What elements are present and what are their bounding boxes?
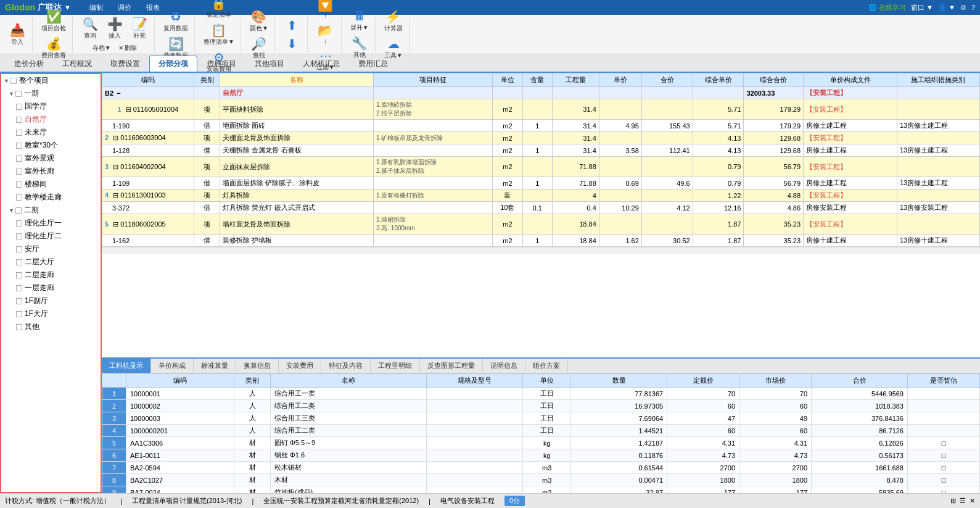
bottom-table-row[interactable]: 5 AA1C3006 材 圆钉 Φ5.5～9 kg 1.42187 4.31 4… [102, 437, 980, 449]
bottom-tab-detail[interactable]: 工程里明细 [371, 359, 420, 373]
sidebar-item-yf[interactable]: 1F副厅 [1, 294, 101, 307]
import-label: 导入 [11, 38, 23, 46]
menu-report[interactable]: 报表 [142, 2, 163, 14]
list-icon[interactable]: ☰ [960, 497, 966, 505]
help-btn[interactable]: ? [971, 4, 975, 11]
sidebar-item-weilai[interactable]: 未来厅 [1, 126, 101, 139]
color-btn[interactable]: 🎨 颜色▼ [247, 8, 271, 34]
up-btn[interactable]: ⬆ [281, 17, 303, 34]
table-row-4[interactable]: 4 ⊟ 011613001003 项 灯具拆除 1.原有格栅灯拆除 套 4 1.… [102, 189, 980, 202]
table-row-1[interactable]: 1 ⊟ 011605001004 项 平面块料拆除 1.原地砖拆除2.找平层拆除… [102, 99, 980, 120]
bottom-tab-glj[interactable]: 工料机显示 [102, 359, 151, 373]
tab-labor[interactable]: 人材机汇总 [294, 56, 349, 72]
menu-price[interactable]: 调价 [114, 2, 135, 14]
sidebar-item-shiwai[interactable]: 室外景观 [1, 152, 101, 165]
sidebar-item-all[interactable]: ▼ 整个项目 [1, 74, 101, 87]
h-scrollbar[interactable] [102, 247, 980, 254]
sidebar-item-lihua2[interactable]: 理化生厅二 [1, 230, 101, 243]
insert-btn[interactable]: ➕ 插入 [104, 15, 126, 41]
project-check-btn[interactable]: ✅ 项目自检 [39, 8, 68, 34]
tab-gongcheng[interactable]: 工程概况 [53, 56, 101, 72]
save-btn[interactable]: 存档▼ [90, 43, 113, 54]
cell-cat-4: 项 [194, 189, 220, 202]
main-body: ▼ 整个项目 ▼ 一期 国学厅 自然厅 未来厅 教室*30个 室外景观 [0, 73, 980, 493]
bottom-table-row[interactable]: 9 BA7-0024 材 竹地板(成品) m2 32.97 177 177 58… [102, 486, 980, 494]
sidebar-item-qita[interactable]: 其他 [1, 320, 101, 333]
sidebar-item-yi[interactable]: ▼ 一期 [1, 87, 101, 100]
expand-btn[interactable]: 📂 ↓ [315, 22, 337, 46]
tab-zaojia[interactable]: 造价分析 [5, 56, 53, 72]
bottom-tab-group[interactable]: 组价方案 [525, 359, 568, 373]
bottom-table-row[interactable]: 6 AE1-0011 材 钢丝 Φ1.6 kg 0.11876 4.73 4.7… [102, 449, 980, 462]
bottom-tab-danjia[interactable]: 单价构成 [151, 359, 194, 373]
online-study[interactable]: 🌐 在线学习 [868, 3, 906, 12]
menu-edit[interactable]: 编制 [86, 2, 107, 14]
tidy-btn[interactable]: 📋 整理清单▼ [201, 22, 237, 48]
table-row-section-b2[interactable]: B2 − 自然厅 32003.33 【安装工程】 [102, 87, 980, 99]
bottom-tab-convert[interactable]: 换算信息 [236, 359, 279, 373]
query-btn[interactable]: 🔍 查询 [79, 15, 101, 41]
bottom-tab-install[interactable]: 安装费用 [279, 359, 321, 373]
user-btn[interactable]: 👤 ▼ [938, 4, 955, 12]
brow-qty: 77.81367 [571, 388, 667, 400]
calculator-btn[interactable]: 🖩 展开▼ [348, 8, 371, 33]
import-btn[interactable]: 📥 导入 [6, 22, 28, 48]
reuse-btn[interactable]: ♻ 复用数据 [161, 8, 191, 34]
sidebar-item-yd[interactable]: 1F大厅 [1, 307, 101, 320]
sidebar-item-yiceng[interactable]: 一层走廊 [1, 281, 101, 294]
sidebar-item-erceng[interactable]: 二层走廊 [1, 269, 101, 281]
window-btn[interactable]: 窗口 ▼ [911, 3, 933, 12]
cell-name-109: 墙面面层拆除 铲除腻子、涂料皮 [220, 177, 374, 189]
sidebar-item-jiaoshi[interactable]: 教室*30个 [1, 139, 101, 152]
settings-btn[interactable]: ⚙ [960, 4, 966, 12]
brow-name: 综合用工一类 [270, 388, 426, 400]
bottom-table-row[interactable]: 1 10000001 人 综合用工一类 工日 77.81367 70 70 54… [102, 388, 980, 400]
sidebar-item-guoxueting[interactable]: 国学厅 [1, 100, 101, 113]
close-status-icon[interactable]: ✕ [970, 497, 975, 505]
tab-subpart[interactable]: 分部分项 [149, 56, 197, 72]
tab-feesetup[interactable]: 取费设置 [101, 56, 149, 72]
table-row-1-128[interactable]: 1-128 借 天棚拆除 金属龙骨 石膏板 m2 1 31.4 3.58 112… [102, 144, 980, 157]
bottom-table-row[interactable]: 4 1000000201 人 综合用工二类 工日 1.44521 60 60 8… [102, 425, 980, 437]
table-row-2[interactable]: 2 ⊟ 011606003004 项 天棚面龙骨及饰面拆除 1.矿棉板吊顶及龙骨… [102, 132, 980, 144]
table-row-1-162[interactable]: 1-162 借 装修拆除 护墙板 m2 1 18.84 1.62 30.52 1… [102, 235, 980, 247]
bottom-tab-note[interactable]: 说明信息 [483, 359, 525, 373]
table-row-5[interactable]: 5 ⊟ 011806002005 项 墙柱面龙骨及饰面拆除 1.墙裙拆除2.高:… [102, 214, 980, 235]
sidebar-item-shiwailong[interactable]: 室外长廊 [1, 165, 101, 178]
cell-dw-2: 【安装工程】 [804, 132, 897, 144]
bottom-table-row[interactable]: 2 10000002 人 综合用工二类 工日 16.97305 60 60 10… [102, 400, 980, 412]
down-btn[interactable]: ⬇ [281, 35, 303, 52]
table-row-1-109[interactable]: 1-109 借 墙面面层拆除 铲除腻子、涂料皮 m2 1 71.88 0.69 … [102, 177, 980, 189]
table-row-1-190[interactable]: 1-190 借 地面拆除 面砖 m2 1 31.4 4.95 155.43 5.… [102, 120, 980, 132]
tab-others[interactable]: 其他项目 [245, 56, 294, 72]
sidebar-yf-label: 1F副厅 [25, 296, 48, 306]
sidebar-item-jiaoxue[interactable]: 教学楼走廊 [1, 191, 101, 204]
sidebar-item-er[interactable]: ▼ 二期 [1, 204, 101, 217]
sidebar-item-louti[interactable]: 楼梯间 [1, 178, 101, 191]
brow-code: BA7-0024 [126, 486, 234, 494]
lock-btn[interactable]: 🔒 锁定清单 [204, 0, 234, 20]
table-row-3-372[interactable]: 3-372 借 灯具拆除 荧光灯 嵌入式开启式 10套 0.1 0.4 10.2… [102, 202, 980, 214]
section-collapse[interactable]: − [117, 90, 120, 97]
sidebar-item-anting[interactable]: 安厅 [1, 243, 101, 256]
grid-icon[interactable]: ⊞ [950, 497, 956, 505]
sidebar-item-zirantin[interactable]: 自然厅 [1, 113, 101, 126]
sidebar-item-lihua1[interactable]: 理化生厅一 [1, 217, 101, 230]
fill-btn[interactable]: 📝 补充 [128, 15, 150, 41]
brow-code: 1000000201 [126, 425, 234, 437]
delete-btn[interactable]: ✕ 删除 [116, 43, 140, 54]
brow-cat: 人 [234, 425, 270, 437]
bottom-tab-features[interactable]: 特征及内容 [321, 359, 371, 373]
bottom-table-row[interactable]: 8 BA2C1027 材 木材 m3 0.00471 1800 1800 8.4… [102, 474, 980, 486]
table-row-3[interactable]: 3 ⊟ 011604002004 项 立面抹灰层拆除 1.原有乳胶漆墙面拆除2.… [102, 157, 980, 177]
bottom-table-row[interactable]: 7 BA2-0594 材 松木锯材 m3 0.61544 2700 2700 1… [102, 462, 980, 474]
bottom-tab-standard[interactable]: 标准算量 [194, 359, 236, 373]
bottom-tab-reverse[interactable]: 反查图形工程量 [420, 359, 483, 373]
tab-feesummary[interactable]: 费用汇总 [349, 56, 397, 72]
smart-group-btn[interactable]: ⚡ 计算器 [382, 8, 405, 34]
tab-measures[interactable]: 措施项目 [197, 56, 245, 72]
sidebar-item-erlou[interactable]: 二层大厅 [1, 256, 101, 269]
filter-btn[interactable]: 🔽 ↑ [315, 0, 337, 20]
toolbar-group-reuse: ♻ 复用数据 🔄 替换数据 [157, 17, 195, 52]
bottom-table-row[interactable]: 3 10000003 人 综合用工三类 工日 7.69064 47 49 376… [102, 412, 980, 425]
